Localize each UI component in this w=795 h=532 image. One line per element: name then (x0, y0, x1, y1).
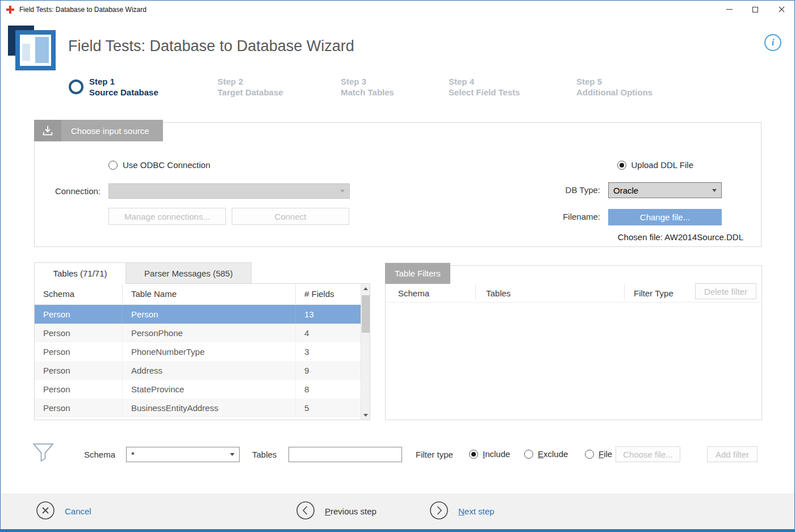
include-radio[interactable] (469, 450, 478, 459)
choose-file-button[interactable]: Choose file... (616, 446, 680, 462)
exclude-radio[interactable] (524, 450, 533, 459)
chosen-file-text: Chosen file: AW2014Source.DDL (618, 232, 743, 242)
app-logo (8, 24, 57, 72)
odbc-radio-label: Use ODBC Connection (123, 160, 210, 170)
tables-table: Schema Table Name # Fields Person Person… (34, 283, 370, 420)
filters-header-divider (386, 302, 761, 303)
table-filters-header: Table Filters (385, 263, 450, 284)
window-title: Field Tests: Database to Database Wizard (19, 6, 147, 14)
ddl-radio-group[interactable]: Upload DDL File (617, 160, 694, 170)
row-fields: 4 (296, 324, 362, 342)
connect-button[interactable]: Connect (232, 208, 349, 225)
delete-filter-label: Delete filter (704, 287, 747, 296)
table-row[interactable]: Person Address 9 (35, 361, 370, 380)
input-source-header-label: Choose input source (61, 126, 149, 136)
row-fields: 8 (296, 380, 362, 399)
tab-tables[interactable]: Tables (71/71) (34, 262, 126, 284)
table-row[interactable]: Person Person 13 (35, 305, 370, 324)
step-number: Step 4 (449, 76, 520, 87)
change-file-label: Change file... (640, 212, 690, 222)
table-row[interactable]: Person PersonPhone 4 (35, 324, 370, 342)
row-table: StateProvince (123, 380, 296, 399)
filters-col-tables: Tables (486, 288, 511, 298)
next-step-button[interactable]: Next step (429, 493, 494, 529)
step-label: Target Database (217, 87, 283, 98)
exclude-radio-label: Exclude (538, 449, 568, 459)
exclude-radio-group[interactable]: Exclude (524, 449, 568, 459)
cancel-button[interactable]: Cancel (36, 493, 91, 529)
minimize-button[interactable] (716, 1, 742, 18)
scroll-down-icon[interactable] (361, 410, 370, 420)
step-1-source-database: Step 1 Source Database (89, 76, 158, 98)
chevron-down-icon (225, 447, 239, 462)
row-schema: Person (35, 361, 123, 380)
connection-dropdown[interactable] (108, 183, 350, 199)
download-icon (34, 120, 61, 141)
step-number: Step 2 (217, 76, 283, 87)
close-button[interactable] (768, 1, 794, 18)
filters-col-separator (475, 284, 476, 300)
col-header-table-name: Table Name (123, 284, 296, 304)
manage-connections-button[interactable]: Manage connections... (108, 208, 226, 225)
minimize-icon (726, 9, 733, 10)
scrollbar-thumb[interactable] (362, 295, 370, 333)
filters-col-filter-type: Filter Type (634, 288, 673, 298)
tab-parser-messages[interactable]: Parser Messages (585) (125, 262, 252, 284)
row-schema: Person (35, 380, 123, 399)
info-icon[interactable]: i (764, 34, 781, 51)
step-label: Additional Options (576, 87, 652, 98)
include-radio-group[interactable]: Include (469, 449, 510, 459)
next-step-label: Next step (458, 506, 494, 516)
db-type-dropdown[interactable]: Oracle (608, 182, 722, 198)
tab-parser-label: Parser Messages (585) (144, 269, 233, 278)
add-filter-button[interactable]: Add filter (707, 446, 758, 462)
step-label: Source Database (89, 87, 158, 98)
step1-circle-icon (69, 79, 83, 94)
chevron-down-icon (708, 183, 721, 198)
change-file-button[interactable]: Change file... (608, 209, 722, 225)
odbc-radio-group[interactable]: Use ODBC Connection (108, 160, 210, 170)
table-row[interactable]: Person BusinessEntityAddress 5 (35, 399, 370, 417)
logo-fill-2 (22, 44, 30, 61)
logo-frame-square (15, 30, 56, 70)
tab-tables-label: Tables (71/71) (53, 269, 107, 278)
manage-connections-label: Manage connections... (124, 212, 210, 221)
close-icon (778, 6, 785, 13)
table-filters-header-label: Table Filters (395, 269, 441, 278)
step-label: Select Field Tests (449, 87, 520, 98)
table-row[interactable]: Person PhoneNumberType 3 (35, 342, 370, 361)
table-row[interactable]: Person StateProvince 8 (35, 380, 370, 399)
filters-col-schema: Schema (398, 288, 429, 298)
filter-schema-dropdown[interactable]: * (126, 447, 240, 462)
app-plus-icon (6, 6, 14, 14)
delete-filter-button[interactable]: Delete filter (695, 283, 756, 299)
window-controls (716, 1, 794, 18)
row-table: PersonPhone (123, 324, 296, 342)
row-schema: Person (35, 324, 123, 342)
row-schema: Person (35, 342, 123, 361)
tables-body: Person Person 13 Person PersonPhone 4 Pe… (35, 305, 370, 417)
info-glyph: i (772, 37, 775, 48)
odbc-radio[interactable] (108, 161, 118, 170)
file-radio[interactable] (585, 450, 594, 459)
connection-label: Connection: (35, 186, 101, 196)
input-source-header: Choose input source (34, 120, 163, 141)
maximize-button[interactable] (742, 1, 768, 18)
row-fields: 3 (296, 342, 362, 361)
filter-type-label: Filter type (416, 450, 453, 459)
filter-schema-label: Schema (84, 450, 115, 459)
db-type-label: DB Type: (566, 185, 600, 195)
file-radio-group[interactable]: File (585, 449, 612, 459)
scroll-up-icon[interactable] (361, 284, 370, 293)
chevron-right-icon (429, 501, 449, 522)
tables-scrollbar[interactable] (361, 284, 370, 420)
filter-tables-input[interactable] (288, 447, 402, 462)
ddl-radio[interactable] (617, 161, 626, 170)
title-bar: Field Tests: Database to Database Wizard (1, 1, 794, 18)
logo-fill-1 (35, 37, 49, 63)
table-filters-panel: Table Filters Schema Tables Filter Type … (385, 265, 762, 420)
row-schema: Person (35, 305, 123, 324)
input-source-panel: Choose input source Use ODBC Connection … (34, 122, 761, 247)
previous-step-button[interactable]: Previous step (296, 493, 376, 529)
col-header-schema: Schema (35, 284, 123, 304)
